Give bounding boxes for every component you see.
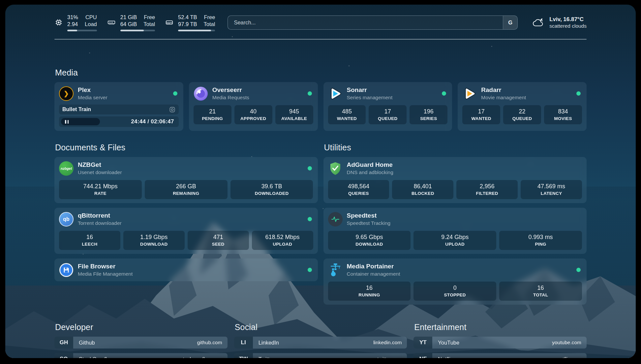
speedtest-card-link[interactable]: Speedtest Speedtest Tracking xyxy=(328,212,582,227)
portainer-icon xyxy=(328,263,343,277)
stat-label: PENDING xyxy=(195,116,230,121)
app-subtitle: DNS and adblocking xyxy=(347,169,393,176)
sonarr-icon xyxy=(328,86,343,101)
cpu-load-label: Load xyxy=(85,21,97,28)
stat-label: PING xyxy=(501,241,581,247)
filebrowser-card-link[interactable]: File Browser Media File Management xyxy=(59,262,313,277)
memory-widget: 21 GiB 64 GiB Free Total xyxy=(107,14,155,31)
stat-value: 40 xyxy=(236,108,271,115)
stat-queued: 22 QUEUED xyxy=(503,105,541,124)
bookmark-youtube[interactable]: YT YouTube youtube.com xyxy=(413,337,587,349)
plex-session-row[interactable]: Bullet Train xyxy=(59,105,179,114)
stat-value: 471 xyxy=(189,233,248,241)
radarr-card-link[interactable]: Radarr Movie management xyxy=(462,86,582,101)
memory-progress-fill xyxy=(120,30,144,31)
status-dot xyxy=(308,268,312,272)
bookmark-domain: twitter.com xyxy=(377,356,407,358)
stat-download: 9.65 Gbps DOWNLOAD xyxy=(328,231,411,250)
qbittorrent-icon: qb xyxy=(59,212,74,227)
adguard-card-link[interactable]: AdGuard Home DNS and adblocking xyxy=(328,161,582,176)
stat-value: 485 xyxy=(329,108,365,115)
sonarr-card-link[interactable]: Sonarr Series management xyxy=(328,86,448,101)
bookmark-netflix[interactable]: NF Netflix netflix.com xyxy=(413,353,587,358)
disk-progress-fill xyxy=(178,30,211,31)
app-subtitle: Media server xyxy=(78,94,107,101)
adguard-card: AdGuard Home DNS and adblocking 498,564 … xyxy=(323,157,587,203)
bookmark-domain: linkedin.com xyxy=(373,340,407,346)
app-subtitle: Media File Management xyxy=(78,271,133,277)
bookmark-stackoverflow[interactable]: SO StackOverflow stackoverflow.com xyxy=(54,353,228,358)
plex-card-link[interactable]: ❯ Plex Media server xyxy=(59,86,179,101)
stat-remaining: 266 GB REMAINING xyxy=(145,180,228,199)
stat-queued: 17 QUEUED xyxy=(369,105,407,124)
pause-button[interactable] xyxy=(61,118,100,125)
plex-card: ❯ Plex Media server Bullet Train xyxy=(54,82,183,131)
stat-pending: 21 PENDING xyxy=(194,105,231,124)
stat-value: 17 xyxy=(464,108,499,115)
search-provider-button[interactable]: G xyxy=(503,16,517,29)
app-title: File Browser xyxy=(78,262,133,270)
speedtest-card: Speedtest Speedtest Tracking 9.65 Gbps D… xyxy=(323,208,587,254)
app-subtitle: Series management xyxy=(347,94,393,101)
cpu-usage-value: 31% xyxy=(67,14,78,21)
stat-label: WANTED xyxy=(329,116,365,121)
bookmark-name: Netflix xyxy=(432,356,453,358)
video-session-icon xyxy=(169,106,175,113)
stat-value: 16 xyxy=(329,284,410,292)
qbittorrent-card-link[interactable]: qb qBittorrent Torrent downloader xyxy=(59,212,313,227)
stat-label: LEECH xyxy=(60,241,119,247)
weather-widget: Lviv, 16.87°C scattered clouds xyxy=(532,16,587,29)
stat-value: 22 xyxy=(504,108,540,115)
stat-label: FILTERED xyxy=(458,191,516,196)
overseerr-card: Overseerr Media Requests 21 PENDING 40 A… xyxy=(189,82,318,131)
stat-available: 945 AVAILABLE xyxy=(275,105,313,124)
stat-label: UPLOAD xyxy=(415,241,495,247)
section-documents: Documents & Files nzbget NZBGet Usenet d… xyxy=(54,143,318,281)
stat-label: UPLOAD xyxy=(253,241,312,247)
status-dot xyxy=(442,91,446,96)
section-title: Social xyxy=(235,322,407,332)
weather-location: Lviv, 16.87°C xyxy=(549,16,587,23)
nzbget-card-link[interactable]: nzbget NZBGet Usenet downloader xyxy=(59,161,313,176)
filebrowser-card: File Browser Media File Management xyxy=(54,258,318,281)
search-input[interactable] xyxy=(228,16,503,29)
stat-label: DOWNLOADED xyxy=(232,191,312,196)
cpu-progress-fill xyxy=(67,30,77,31)
stat-label: QUEUED xyxy=(370,116,405,121)
status-dot xyxy=(576,268,581,272)
header-divider xyxy=(54,39,587,40)
stat-value: 1.19 Gbps xyxy=(125,233,183,241)
bookmark-abbr: NF xyxy=(413,353,432,358)
stat-label: QUEUED xyxy=(504,116,540,121)
cpu-usage-label: CPU xyxy=(85,14,97,21)
nzbget-wordmark: nzbget xyxy=(61,167,72,170)
stat-latency: 47.569 ms LATENCY xyxy=(521,180,582,199)
bookmark-name: Twitter xyxy=(253,356,275,358)
memory-total-label: Total xyxy=(143,21,155,28)
stat-value: 618.52 Mbps xyxy=(253,233,312,241)
dashboard-window: 31% 2.94 CPU Load xyxy=(5,5,636,358)
stat-series: 196 SERIES xyxy=(410,105,447,124)
bookmark-linkedin[interactable]: LI LinkedIn linkedin.com xyxy=(234,337,407,349)
stat-label: APPROVED xyxy=(236,116,271,121)
stat-label: RUNNING xyxy=(329,292,410,298)
stat-upload: 9.24 Gbps UPLOAD xyxy=(413,231,496,250)
stat-value: 17 xyxy=(370,108,405,115)
bookmark-twitter[interactable]: TW Twitter twitter.com xyxy=(234,353,407,358)
status-dot xyxy=(576,91,581,96)
portainer-card-link[interactable]: Media Portainer Container management xyxy=(328,262,582,277)
status-dot xyxy=(308,217,312,221)
cpu-icon xyxy=(54,18,63,27)
overseerr-card-link[interactable]: Overseerr Media Requests xyxy=(194,86,313,101)
stat-label: QUERIES xyxy=(329,191,388,196)
stat-seed: 471 SEED xyxy=(188,231,249,250)
section-media: Media ❯ Plex Media server Bullet Train xyxy=(54,68,587,131)
stat-label: BLOCKED xyxy=(393,191,452,196)
memory-free-value: 21 GiB xyxy=(120,14,137,21)
nzbget-card: nzbget NZBGet Usenet downloader 744.21 M… xyxy=(54,157,318,203)
stat-total: 16 TOTAL xyxy=(499,282,582,301)
stat-downloaded: 39.6 TB DOWNLOADED xyxy=(230,180,313,199)
sonarr-card: Sonarr Series management 485 WANTED 17 Q… xyxy=(323,82,452,131)
bookmark-github[interactable]: GH Github github.com xyxy=(54,337,228,349)
search-bar: G xyxy=(228,15,518,30)
